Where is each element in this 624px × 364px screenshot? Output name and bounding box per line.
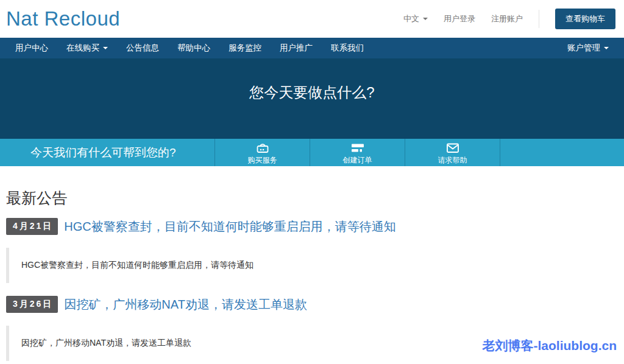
nav-item-contact-us[interactable]: 联系我们 xyxy=(322,38,373,58)
nav-item-announcements[interactable]: 公告信息 xyxy=(117,38,168,58)
language-label: 中文 xyxy=(403,13,419,24)
login-link[interactable]: 用户登录 xyxy=(444,13,475,24)
view-cart-button[interactable]: 查看购物车 xyxy=(555,9,615,29)
announcement-title-link[interactable]: 因挖矿，广州移动NAT劝退，请发送工单退款 xyxy=(64,296,307,313)
tile-order-services[interactable]: 购买服务 xyxy=(214,139,310,166)
site-logo[interactable]: Nat Recloud xyxy=(6,7,120,30)
tile-label: 请求帮助 xyxy=(438,155,467,166)
nav-item-client-area[interactable]: 用户中心 xyxy=(6,38,57,58)
register-link[interactable]: 注册账户 xyxy=(491,13,523,24)
band-filler xyxy=(500,139,624,166)
announcement-excerpt: HGC被警察查封，目前不知道何时能够重启启用，请等待通知 xyxy=(6,248,618,283)
hero-title: 您今天要做点什么? xyxy=(0,83,624,102)
tile-create-order[interactable]: 创建订单 xyxy=(310,139,405,166)
navbar-spacer xyxy=(373,38,558,58)
announcement-title-link[interactable]: HGC被警察查封，目前不知道何时能够重启启用，请等待通知 xyxy=(64,219,395,235)
hero-banner: 您今天要做点什么? xyxy=(0,58,624,139)
language-dropdown[interactable]: 中文 xyxy=(403,13,428,24)
nav-item-knowledgebase[interactable]: 帮助中心 xyxy=(168,38,219,58)
chevron-down-icon xyxy=(423,18,428,20)
shortcut-band: 今天我们有什么可帮到您的? 购买服务 创建订单 请求帮助 xyxy=(0,139,624,166)
tile-request-help[interactable]: 请求帮助 xyxy=(405,139,500,166)
date-badge: 3月26日 xyxy=(6,296,58,313)
announcements-heading: 最新公告 xyxy=(6,188,618,208)
date-badge: 4月21日 xyxy=(6,218,58,235)
tile-label: 创建订单 xyxy=(343,155,372,166)
tile-label: 购买服务 xyxy=(248,155,277,166)
watermark-text: 老刘博客-laoliublog.cn xyxy=(483,337,617,354)
top-header: Nat Recloud 中文 用户登录 注册账户 查看购物车 xyxy=(0,0,624,38)
shopping-basket-icon xyxy=(255,142,271,154)
header-divider xyxy=(539,10,539,28)
nav-item-account[interactable]: 账户管理 xyxy=(558,38,618,58)
announcement-row: 4月21日 HGC被警察查封，目前不知道何时能够重启启用，请等待通知 xyxy=(6,218,618,235)
main-navbar: 用户中心 在线购买 公告信息 帮助中心 服务监控 用户推广 联系我们 账户管理 xyxy=(0,38,624,58)
envelope-icon xyxy=(445,142,461,154)
nav-item-order-online[interactable]: 在线购买 xyxy=(57,38,117,58)
chevron-down-icon xyxy=(103,47,108,49)
order-card-icon xyxy=(350,142,366,154)
band-question: 今天我们有什么可帮到您的? xyxy=(0,139,214,166)
nav-item-affiliates[interactable]: 用户推广 xyxy=(271,38,322,58)
nav-item-service-status[interactable]: 服务监控 xyxy=(219,38,271,58)
header-actions: 中文 用户登录 注册账户 查看购物车 xyxy=(403,9,615,29)
chevron-down-icon xyxy=(604,47,609,49)
main-content: 最新公告 4月21日 HGC被警察查封，目前不知道何时能够重启启用，请等待通知 … xyxy=(0,166,624,361)
announcement-row: 3月26日 因挖矿，广州移动NAT劝退，请发送工单退款 xyxy=(6,296,618,313)
